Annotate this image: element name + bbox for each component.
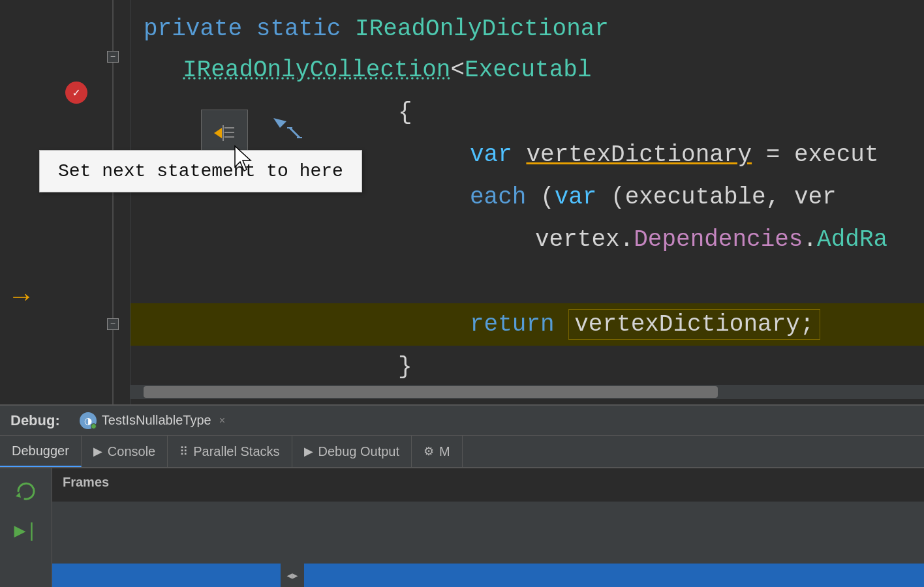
frames-bar-left[interactable]	[52, 564, 281, 587]
session-tab-close[interactable]: ×	[219, 415, 225, 427]
editor-gutter: − ✓ − →	[0, 0, 131, 404]
frames-bar-right[interactable]	[304, 564, 924, 587]
svg-line-6	[290, 128, 300, 138]
code-line-return: return vertexDictionary;	[131, 303, 924, 346]
collapse-bottom-icon[interactable]: −	[107, 318, 119, 330]
frames-bar: ◀▶	[52, 564, 924, 587]
code-line-2: IReadOnlyCollection < Executabl	[131, 49, 924, 91]
generic-bracket-open: <	[450, 57, 465, 83]
execut-text: execut	[794, 142, 879, 168]
code-line-spacer	[131, 261, 924, 303]
var-vertexdictionary: vertexDictionary	[526, 142, 752, 168]
debug-tabs-row: Debugger ▶ Console ⠿ Parallel Stacks ▶ D…	[0, 436, 924, 468]
session-tab-icon: ◑	[80, 412, 97, 429]
drag-cursor-icon	[270, 115, 303, 154]
tab-debug-output[interactable]: ▶ Debug Output	[292, 436, 412, 467]
frames-label: Frames	[63, 475, 914, 490]
paren-open: (	[540, 184, 555, 211]
current-statement-arrow: →	[13, 284, 29, 311]
svg-marker-4	[214, 128, 222, 138]
tab-more[interactable]: ⚙ M	[412, 436, 463, 467]
tab-debug-output-label: Debug Output	[318, 444, 400, 459]
tab-debugger-label: Debugger	[12, 444, 69, 459]
assign-op: =	[766, 142, 780, 168]
tooltip: Set next statement to here	[39, 150, 362, 192]
output-icon: ▶	[304, 444, 313, 459]
scrollbar-thumb[interactable]	[144, 386, 718, 398]
editor-area: − ✓ − → private static IReadOnlyDictiona…	[0, 0, 924, 404]
debug-panel: Debug: ◑ TestIsNullableType × Debugger ▶…	[0, 404, 924, 587]
type-ireadonlycollection: IReadOnlyCollection	[183, 57, 450, 83]
frames-section: Frames	[52, 468, 924, 502]
keyword-var: var	[470, 142, 512, 168]
debug-label: Debug:	[10, 412, 60, 429]
step-button[interactable]: ▶|	[10, 514, 42, 547]
vertex-text: vertex.	[535, 226, 634, 253]
keyword-foreach: each	[470, 184, 526, 211]
code-line-6: vertex. Dependencies . AddRa	[131, 218, 924, 261]
debug-header: Debug: ◑ TestIsNullableType ×	[0, 406, 924, 436]
type-executable: Executabl	[465, 57, 591, 83]
debug-controls: ▶|	[0, 468, 52, 587]
console-icon: ▶	[93, 444, 102, 459]
frames-bar-mid[interactable]: ◀▶	[281, 564, 304, 587]
more-icon: ⚙	[424, 444, 434, 459]
dependencies-text: Dependencies	[634, 226, 803, 253]
tab-more-label: M	[439, 444, 450, 459]
debug-session-tab[interactable]: ◑ TestIsNullableType ×	[73, 410, 232, 432]
set-next-icon	[211, 120, 238, 146]
dot2: .	[803, 226, 817, 253]
keyword-static: static	[256, 16, 341, 42]
executable-var: (executable, ver	[611, 184, 837, 211]
svg-marker-10	[16, 492, 21, 498]
code-line-1: private static IReadOnlyDictionar	[131, 7, 924, 49]
tab-debugger[interactable]: Debugger	[0, 436, 82, 467]
session-tab-name: TestIsNullableType	[102, 413, 211, 428]
return-value-text: vertexDictionary;	[574, 311, 814, 338]
brace-close: }	[398, 354, 412, 380]
code-content: private static IReadOnlyDictionar IReadO…	[131, 0, 924, 404]
breakpoint-icon[interactable]: ✓	[65, 82, 90, 106]
code-line-3: {	[131, 91, 924, 134]
type-ireadonlydictionary: IReadOnlyDictionar	[355, 16, 609, 42]
keyword-var2: var	[555, 184, 597, 211]
brace-open: {	[398, 99, 412, 126]
return-value-box: vertexDictionary;	[568, 309, 820, 340]
drag-icon-svg	[270, 115, 303, 147]
collapse-top-icon[interactable]: −	[107, 51, 119, 63]
tab-parallel-label: Parallel Stacks	[193, 444, 279, 459]
frames-bar-mid-icon: ◀▶	[287, 570, 298, 581]
tab-console[interactable]: ▶ Console	[82, 436, 168, 467]
restart-button[interactable]	[10, 475, 42, 507]
keyword-private: private	[144, 16, 242, 42]
svg-marker-5	[273, 118, 286, 128]
parallel-icon: ⠿	[179, 444, 188, 459]
tab-console-label: Console	[108, 444, 155, 459]
addra-text: AddRa	[817, 226, 887, 253]
restart-icon	[13, 478, 39, 504]
code-line-close: }	[131, 346, 924, 388]
tab-parallel-stacks[interactable]: ⠿ Parallel Stacks	[168, 436, 292, 467]
green-dot	[91, 423, 97, 429]
code-scrollbar[interactable]	[131, 385, 924, 399]
tooltip-text: Set next statement to here	[58, 161, 343, 181]
keyword-return: return	[470, 311, 555, 338]
